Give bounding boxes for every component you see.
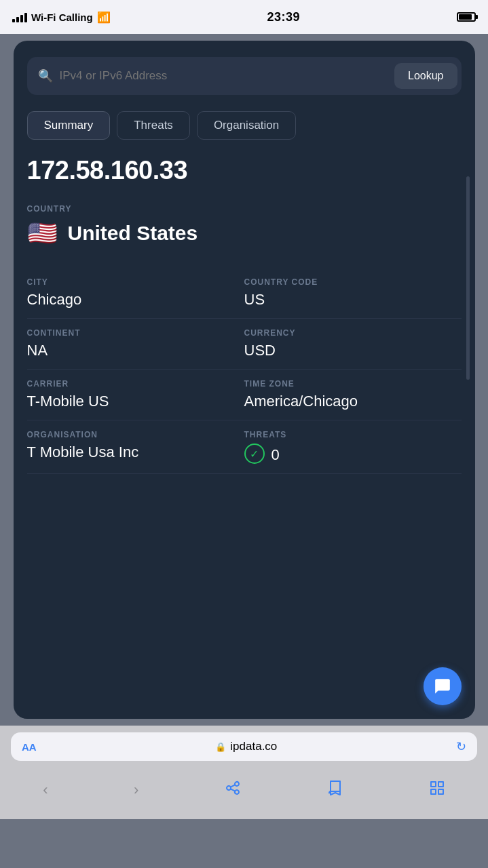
country-code-label: COUNTRY CODE [244,277,462,287]
country-code-value: US [244,291,462,309]
city-label: CITY [27,277,244,287]
country-label: COUNTRY [27,204,462,214]
carrier-label: Wi-Fi Calling [31,12,93,23]
threats-label: THREATS [244,430,462,439]
svg-rect-1 [438,782,443,787]
city-value: Chicago [27,291,244,309]
status-left: Wi-Fi Calling 📶 [12,11,111,24]
country-flag: 🇺🇸 [27,218,58,249]
threats-cell: THREATS ✓ 0 [244,420,462,474]
timezone-label: TIME ZONE [244,379,462,389]
url-bar[interactable]: AA 🔒 ipdata.co ↻ [11,732,477,761]
currency-value: USD [244,342,462,359]
forward-button[interactable]: › [120,776,152,804]
signal-icon [12,12,27,22]
browser-bar: AA 🔒 ipdata.co ↻ [0,726,488,768]
currency-label: CURRENCY [244,328,462,338]
continent-value: NA [27,342,244,359]
timezone-cell: TIME ZONE America/Chicago [244,370,462,420]
continent-label: CONTINENT [27,328,244,338]
threats-value-row: ✓ 0 [244,443,462,464]
svg-rect-0 [431,782,436,787]
lookup-button[interactable]: Lookup [394,63,457,89]
chat-fab-button[interactable] [424,667,462,705]
tabs-button[interactable] [415,774,459,806]
currency-cell: CURRENCY USD [244,319,462,370]
country-code-cell: COUNTRY CODE US [244,268,462,319]
carrier-label: CARRIER [27,379,244,389]
share-button[interactable] [211,774,255,806]
carrier-value: T-Mobile US [27,393,244,410]
back-button[interactable]: ‹ [29,776,61,804]
ip-address-display: 172.58.160.33 [27,156,462,185]
bookmarks-button[interactable] [313,774,356,806]
battery-icon [457,12,476,22]
browser-nav: ‹ › [0,768,488,819]
carrier-cell: CARRIER T-Mobile US [27,370,244,420]
organisation-value: T Mobile Usa Inc [27,443,244,461]
tab-organisation[interactable]: Organisation [197,111,296,140]
url-text: ipdata.co [230,740,277,753]
info-grid: CITY Chicago COUNTRY CODE US CONTINENT N… [27,268,462,474]
organisation-label: ORGANISATION [27,430,244,439]
wifi-icon: 📶 [97,11,111,24]
reload-button[interactable]: ↻ [456,739,466,754]
url-center: 🔒 ipdata.co [215,740,277,753]
status-bar: Wi-Fi Calling 📶 23:39 [0,0,488,34]
search-input[interactable] [60,69,388,83]
svg-rect-2 [431,789,436,794]
search-bar: 🔍 Lookup [27,57,462,95]
app-container: 🔍 Lookup Summary Threats Organisation 17… [14,41,475,719]
timezone-value: America/Chicago [244,393,462,410]
organisation-cell: ORGANISATION T Mobile Usa Inc [27,420,244,474]
tab-bar: Summary Threats Organisation [27,111,462,140]
country-row: 🇺🇸 United States [27,218,462,249]
status-right [457,12,476,22]
time-display: 23:39 [267,10,301,24]
tab-summary[interactable]: Summary [27,111,111,140]
url-left: AA [22,741,37,753]
country-name: United States [68,222,198,245]
svg-rect-3 [438,789,443,794]
threats-count: 0 [271,446,280,464]
lock-icon: 🔒 [215,742,226,752]
scrollbar[interactable] [466,176,470,380]
continent-cell: CONTINENT NA [27,319,244,370]
check-circle-icon: ✓ [244,443,265,464]
aa-label[interactable]: AA [22,741,37,753]
search-icon: 🔍 [38,68,53,83]
city-cell: CITY Chicago [27,268,244,319]
tab-threats[interactable]: Threats [117,111,190,140]
